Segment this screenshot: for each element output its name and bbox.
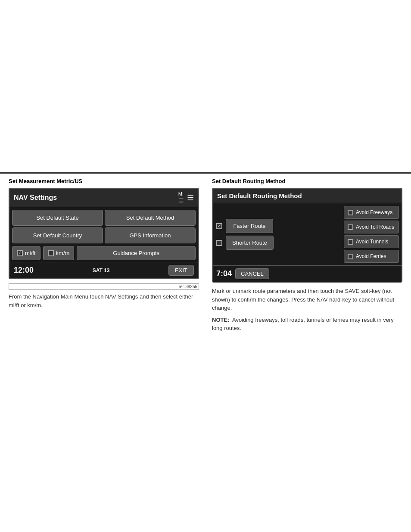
km-m-button[interactable]: km/m xyxy=(43,246,75,260)
set-default-state-button[interactable]: Set Default State xyxy=(12,210,103,226)
nav-screen-title: NAV Settings xyxy=(14,194,57,202)
rer-badge: rer-38255 xyxy=(9,283,199,290)
mi-ft-checkbox xyxy=(17,250,23,256)
avoid-ferries-checkbox xyxy=(348,254,353,259)
right-column: Set Default Routing Method Set Default R… xyxy=(206,178,402,333)
cancel-button[interactable]: CANCEL xyxy=(235,268,269,279)
gps-information-button[interactable]: GPS Information xyxy=(105,227,196,243)
nav-settings-screen: NAV Settings MI ━━━━ ☰ Set Default State… xyxy=(9,188,199,279)
routing-content: Faster Route Shorter Route Avoid Freeway… xyxy=(213,203,402,265)
guidance-prompts-button[interactable]: Guidance Prompts xyxy=(77,246,196,260)
routing-right: Avoid Freeways Avoid Toll Roads Avoid Tu… xyxy=(341,203,402,265)
nav-screen-header: NAV Settings MI ━━━━ ☰ xyxy=(9,189,198,207)
nav-screen-icons: MI ━━━━ ☰ xyxy=(178,191,194,204)
avoid-tunnels-checkbox xyxy=(348,239,353,245)
right-note: NOTE: Avoiding freeways, toll roads, tun… xyxy=(212,316,402,333)
km-m-checkbox xyxy=(48,250,54,256)
routing-screen-title: Set Default Routing Method xyxy=(217,192,397,199)
nav-time: 12:00 xyxy=(14,266,34,275)
set-default-country-button[interactable]: Set Default Country xyxy=(12,227,103,243)
left-description: From the Navigation Main Menu touch NAV … xyxy=(9,292,199,309)
page-container: Set Measurement Metric/US NAV Settings M… xyxy=(0,0,411,532)
shorter-route-checkbox xyxy=(216,240,222,246)
unit-buttons-row: mi/ft km/m Guidance Prompts xyxy=(9,246,198,262)
exit-button[interactable]: EXIT xyxy=(168,265,194,276)
nav-sat: SAT 13 xyxy=(93,268,110,274)
mi-ft-button[interactable]: mi/ft xyxy=(12,246,40,260)
left-column: Set Measurement Metric/US NAV Settings M… xyxy=(9,178,206,333)
avoid-ferries-button[interactable]: Avoid Ferries xyxy=(344,250,399,263)
avoid-freeways-checkbox xyxy=(348,210,353,215)
shorter-route-button[interactable]: Shorter Route xyxy=(226,236,274,250)
routing-screen: Set Default Routing Method Faster Route … xyxy=(212,188,402,283)
routing-left: Faster Route Shorter Route xyxy=(213,203,341,265)
set-default-method-button[interactable]: Set Default Method xyxy=(105,210,196,226)
avoid-freeways-button[interactable]: Avoid Freeways xyxy=(344,206,399,219)
faster-route-checkbox xyxy=(216,223,222,229)
shorter-route-option: Shorter Route xyxy=(216,236,338,250)
avoid-toll-roads-button[interactable]: Avoid Toll Roads xyxy=(344,221,399,233)
nav-screen-footer: 12:00 SAT 13 EXIT xyxy=(9,262,198,278)
routing-screen-header: Set Default Routing Method xyxy=(213,189,402,203)
menu-icon: ☰ xyxy=(187,193,194,202)
right-description1: Mark or unmark route parameters and then… xyxy=(212,287,402,312)
routing-time: 7:04 xyxy=(216,269,232,278)
divider xyxy=(0,172,411,174)
faster-route-option: Faster Route xyxy=(216,219,338,233)
top-spacer xyxy=(0,9,411,172)
routing-footer: 7:04 CANCEL xyxy=(213,265,402,282)
right-section-title: Set Default Routing Method xyxy=(212,178,402,184)
avoid-toll-roads-checkbox xyxy=(348,224,353,230)
faster-route-button[interactable]: Faster Route xyxy=(226,219,273,233)
avoid-tunnels-button[interactable]: Avoid Tunnels xyxy=(344,235,399,248)
mi-lines-icon: ━━━━ xyxy=(178,196,184,204)
mi-icon: MI ━━━━ xyxy=(178,191,184,204)
note-label: NOTE: xyxy=(212,317,229,323)
nav-buttons-grid: Set Default State Set Default Method Set… xyxy=(9,207,198,246)
left-section-title: Set Measurement Metric/US xyxy=(9,178,199,184)
screenshots-row: Set Measurement Metric/US NAV Settings M… xyxy=(0,178,411,333)
